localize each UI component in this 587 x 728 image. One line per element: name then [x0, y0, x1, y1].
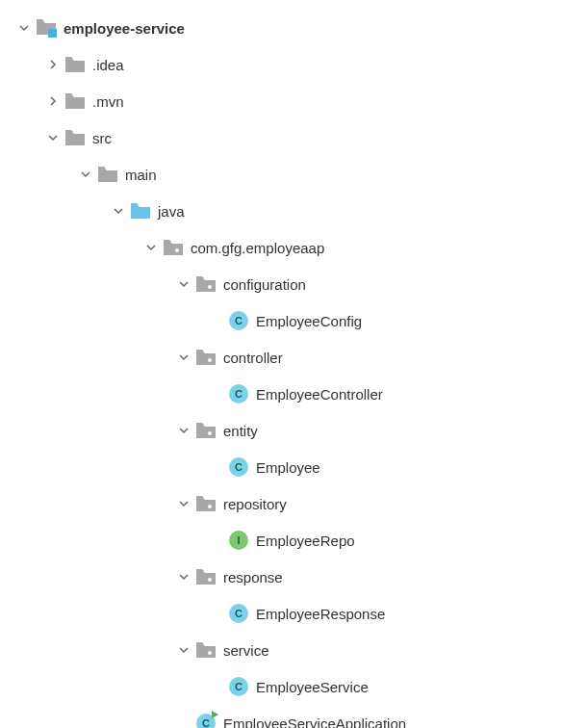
- chevron-down-icon[interactable]: [177, 497, 191, 510]
- chevron-down-icon[interactable]: [177, 643, 191, 657]
- source-folder-icon: [131, 201, 150, 221]
- chevron-down-icon[interactable]: [112, 204, 125, 218]
- tree-node-employee-response[interactable]: C EmployeeResponse: [0, 595, 587, 632]
- tree-node-package[interactable]: com.gfg.employeaap: [0, 229, 587, 266]
- chevron-down-icon[interactable]: [17, 21, 31, 35]
- node-label: entity: [223, 423, 258, 439]
- java-class-icon: C: [229, 384, 248, 403]
- svg-point-1: [208, 285, 212, 289]
- folder-icon: [65, 55, 85, 74]
- java-class-icon: C: [229, 604, 248, 623]
- tree-node-main[interactable]: main: [0, 156, 587, 193]
- node-label: src: [92, 130, 112, 146]
- tree-node-repository[interactable]: repository: [0, 485, 587, 522]
- node-label: EmployeeResponse: [256, 606, 385, 622]
- node-label: controller: [223, 350, 283, 366]
- tree-node-configuration[interactable]: configuration: [0, 266, 587, 302]
- tree-node-employee-service[interactable]: C EmployeeService: [0, 668, 587, 705]
- tree-node-idea[interactable]: .idea: [0, 46, 587, 83]
- tree-node-employee[interactable]: C Employee: [0, 449, 587, 485]
- folder-icon: [65, 128, 85, 147]
- package-icon: [196, 348, 216, 367]
- svg-point-4: [208, 505, 212, 508]
- node-label: repository: [223, 496, 287, 512]
- chevron-down-icon[interactable]: [177, 424, 191, 437]
- node-label: Employee: [256, 459, 320, 476]
- tree-node-mvn[interactable]: .mvn: [0, 83, 587, 119]
- node-label: .idea: [92, 57, 124, 73]
- project-tree: employee-service .idea .mvn src: [0, 10, 587, 728]
- tree-node-controller[interactable]: controller: [0, 339, 587, 376]
- node-label: java: [158, 203, 185, 220]
- node-label: EmployeeService: [256, 679, 369, 695]
- package-icon: [164, 238, 183, 257]
- tree-node-employee-controller[interactable]: C EmployeeController: [0, 376, 587, 412]
- chevron-down-icon[interactable]: [46, 131, 60, 144]
- node-label: EmployeeConfig: [256, 313, 362, 329]
- tree-node-java[interactable]: java: [0, 193, 587, 229]
- node-label: response: [223, 569, 283, 585]
- folder-icon: [65, 91, 85, 111]
- chevron-down-icon[interactable]: [144, 241, 158, 254]
- node-label: com.gfg.employeaap: [191, 240, 324, 256]
- folder-icon: [98, 165, 117, 184]
- chevron-right-icon[interactable]: [46, 94, 60, 108]
- node-label: EmployeeController: [256, 386, 383, 403]
- package-icon: [196, 421, 216, 440]
- chevron-down-icon[interactable]: [177, 351, 191, 364]
- package-icon: [196, 640, 216, 660]
- tree-node-response[interactable]: response: [0, 559, 587, 595]
- java-class-icon: C: [229, 677, 248, 696]
- chevron-down-icon[interactable]: [177, 277, 191, 291]
- node-label: configuration: [223, 276, 306, 293]
- node-label: .mvn: [92, 93, 124, 110]
- chevron-down-icon[interactable]: [177, 570, 191, 584]
- node-label: employee-service: [64, 20, 185, 37]
- svg-point-6: [208, 651, 212, 655]
- java-main-class-icon: C: [196, 714, 216, 728]
- node-label: main: [125, 167, 157, 183]
- package-icon: [196, 274, 216, 294]
- svg-point-5: [208, 578, 212, 582]
- svg-point-3: [208, 431, 212, 435]
- node-label: EmployeeRepo: [256, 533, 355, 549]
- svg-point-0: [175, 248, 179, 252]
- tree-node-src[interactable]: src: [0, 119, 587, 156]
- tree-node-service[interactable]: service: [0, 632, 587, 668]
- tree-node-employee-config[interactable]: C EmployeeConfig: [0, 302, 587, 339]
- node-label: EmployeeServiceApplication: [223, 715, 406, 729]
- tree-node-employee-service-application[interactable]: C EmployeeServiceApplication: [0, 705, 587, 728]
- chevron-down-icon[interactable]: [79, 168, 92, 181]
- tree-node-entity[interactable]: entity: [0, 412, 587, 449]
- tree-node-root[interactable]: employee-service: [0, 10, 587, 46]
- java-interface-icon: I: [229, 531, 248, 550]
- node-label: service: [223, 642, 269, 659]
- tree-node-employee-repo[interactable]: I EmployeeRepo: [0, 522, 587, 559]
- svg-point-2: [208, 358, 212, 362]
- package-icon: [196, 567, 216, 586]
- chevron-right-icon[interactable]: [46, 58, 60, 71]
- package-icon: [196, 494, 216, 513]
- module-icon: [37, 18, 56, 38]
- java-class-icon: C: [229, 457, 248, 477]
- java-class-icon: C: [229, 311, 248, 330]
